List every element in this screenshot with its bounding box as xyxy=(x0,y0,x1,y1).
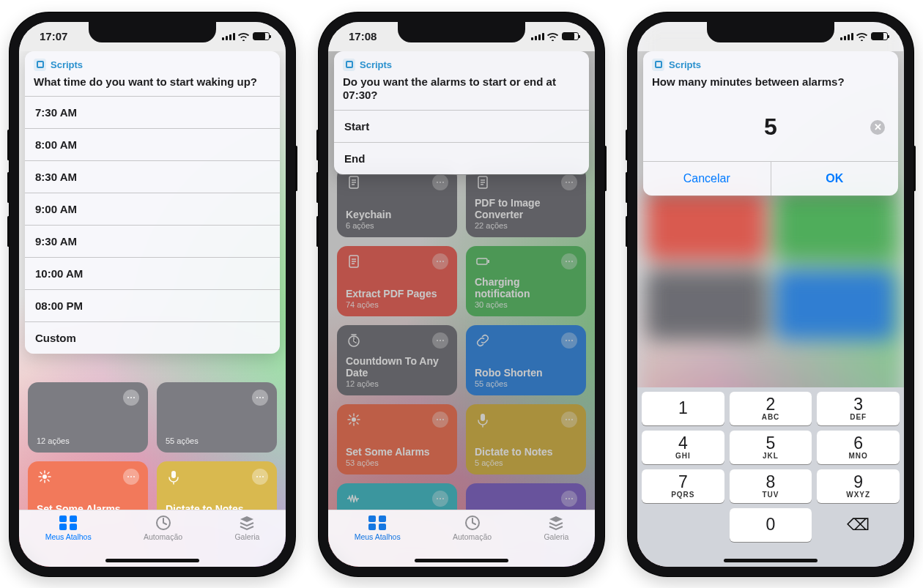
tab-shortcuts[interactable]: Meus Atalhos xyxy=(45,515,92,541)
tab-gallery[interactable]: Galeria xyxy=(544,515,568,541)
svg-rect-17 xyxy=(368,524,376,530)
phone-2: 17:08 ⋯ Keychain 6 ações ⋯ PDF to Image … xyxy=(319,12,604,576)
ok-button[interactable]: OK xyxy=(771,162,899,196)
menu-option[interactable]: Start xyxy=(334,110,589,142)
more-icon[interactable]: ⋯ xyxy=(123,469,139,485)
number-value: 5 xyxy=(764,113,777,140)
menu-option[interactable]: Custom xyxy=(25,321,280,354)
tab-automation[interactable]: Automação xyxy=(453,515,492,541)
svg-rect-4 xyxy=(59,524,67,530)
wifi-icon xyxy=(547,32,558,41)
clear-icon[interactable]: ✕ xyxy=(870,120,885,135)
home-indicator[interactable] xyxy=(105,559,199,562)
phone-1: 17:07 ⋯ 12 ações ⋯ 55 ações ⋯ Set Some A… xyxy=(10,12,295,576)
key-9[interactable]: 9WXYZ xyxy=(817,469,900,503)
wifi-icon xyxy=(238,32,249,41)
more-icon[interactable]: ⋯ xyxy=(252,390,268,406)
battery-icon xyxy=(871,32,888,40)
battery-icon xyxy=(562,32,579,40)
tile-title: Dictate to Notes xyxy=(166,503,268,509)
prompt-card: Scripts How many minutes between alarms?… xyxy=(643,51,898,196)
svg-rect-1 xyxy=(171,471,176,478)
key-2[interactable]: 2ABC xyxy=(730,392,812,425)
scripts-app-icon xyxy=(652,59,664,71)
battery-icon xyxy=(253,32,270,40)
menu-option[interactable]: 9:00 AM xyxy=(25,193,280,225)
number-input[interactable]: 5 ✕ xyxy=(650,102,891,152)
more-icon[interactable]: ⋯ xyxy=(252,469,268,485)
backspace-icon[interactable]: ⌫ xyxy=(817,508,900,542)
cellular-icon xyxy=(531,33,544,40)
prompt-card: Scripts What time do you want to start w… xyxy=(25,51,280,354)
prompt-title: How many minutes between alarms? xyxy=(643,72,898,97)
more-icon[interactable]: ⋯ xyxy=(123,390,139,406)
tab-gallery[interactable]: Galeria xyxy=(234,515,259,541)
home-indicator[interactable] xyxy=(415,559,508,562)
shortcut-tile[interactable]: ⋯ 55 ações xyxy=(157,382,277,453)
key-0[interactable]: 0 xyxy=(730,508,812,542)
scripts-app-icon xyxy=(343,59,355,71)
shortcut-tile[interactable]: ⋯ Set Some Alarms 53 ações xyxy=(28,461,148,510)
svg-rect-16 xyxy=(379,516,386,522)
menu-option[interactable]: 10:00 AM xyxy=(25,257,280,289)
key-6[interactable]: 6MNO xyxy=(817,431,900,464)
key-3[interactable]: 3DEF xyxy=(817,392,900,425)
home-indicator[interactable] xyxy=(724,559,818,562)
scripts-label: Scripts xyxy=(360,59,392,70)
status-bar: 17:08 xyxy=(328,22,595,51)
cellular-icon xyxy=(840,33,853,40)
prompt-title: Do you want the alarms to start or end a… xyxy=(334,72,589,111)
shortcut-tile[interactable]: ⋯ Dictate to Notes 5 ações xyxy=(157,461,277,510)
key-8[interactable]: 8TUV xyxy=(730,469,812,503)
menu-option[interactable]: End xyxy=(334,142,589,174)
menu-option[interactable]: 7:30 AM xyxy=(25,96,280,128)
tile-subtitle: 55 ações xyxy=(166,436,268,445)
phone-3: Scripts How many minutes between alarms?… xyxy=(628,12,913,576)
svg-rect-18 xyxy=(379,524,386,530)
scripts-app-icon xyxy=(34,59,46,71)
tab-shortcuts[interactable]: Meus Atalhos xyxy=(355,515,401,541)
prompt-card: Scripts Do you want the alarms to start … xyxy=(334,51,589,175)
svg-point-0 xyxy=(42,475,47,479)
status-bar: 17:07 xyxy=(19,22,286,51)
key-1[interactable]: 1 xyxy=(642,392,724,425)
svg-rect-3 xyxy=(70,516,77,522)
tab-automation[interactable]: Automação xyxy=(144,515,182,541)
tile-subtitle: 12 ações xyxy=(37,436,139,445)
scripts-label: Scripts xyxy=(669,59,701,70)
key-5[interactable]: 5JKL xyxy=(730,431,812,464)
shortcut-tile[interactable]: ⋯ 12 ações xyxy=(28,382,148,453)
key-blank xyxy=(642,508,724,542)
menu-option[interactable]: 9:30 AM xyxy=(25,225,280,257)
menu-option[interactable]: 8:30 AM xyxy=(25,160,280,193)
clock: 17:08 xyxy=(349,30,377,42)
svg-rect-2 xyxy=(59,516,67,522)
prompt-title: What time do you want to start waking up… xyxy=(25,72,280,97)
numeric-keypad: 12ABC3DEF4GHI5JKL6MNO7PQRS8TUV9WXYZ0⌫ xyxy=(637,387,904,567)
key-7[interactable]: 7PQRS xyxy=(642,469,724,503)
wifi-icon xyxy=(856,32,867,41)
cancel-button[interactable]: Cancelar xyxy=(643,162,771,196)
clock: 17:07 xyxy=(40,30,67,42)
menu-option[interactable]: 8:00 AM xyxy=(25,128,280,160)
status-bar xyxy=(637,22,904,51)
svg-rect-15 xyxy=(368,516,376,522)
cellular-icon xyxy=(222,33,234,40)
menu-option[interactable]: 08:00 PM xyxy=(25,289,280,321)
scripts-label: Scripts xyxy=(51,59,83,70)
svg-rect-5 xyxy=(70,524,77,530)
key-4[interactable]: 4GHI xyxy=(642,431,724,464)
tile-title: Set Some Alarms xyxy=(37,503,139,509)
